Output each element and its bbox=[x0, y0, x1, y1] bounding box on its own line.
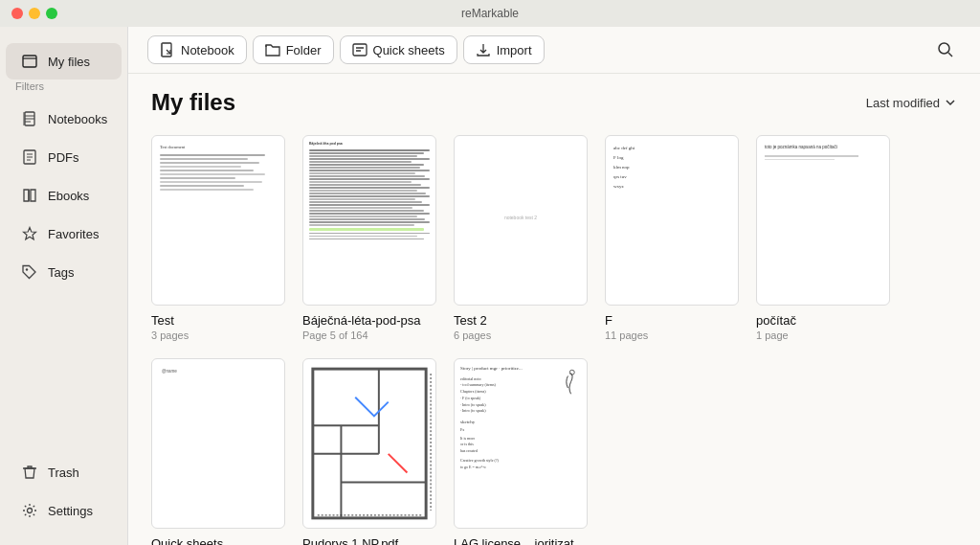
ebooks-icon bbox=[21, 187, 38, 204]
file-thumb-f: abc def ghi F log klm nop qrs tuv wxyz bbox=[605, 135, 739, 306]
file-thumb-pocitac: toto je poznámka napsaná na počítači bbox=[756, 135, 890, 306]
file-thumb-lag: Story | product mgr · prioritize... edit… bbox=[454, 358, 588, 529]
file-meta-f: 11 pages bbox=[605, 329, 739, 341]
file-item-quicksheets[interactable]: @name Quick sheets 2 pages bbox=[151, 358, 285, 545]
quicksheets-icon bbox=[352, 42, 368, 57]
file-name-test2: Test 2 bbox=[454, 313, 588, 328]
toolbar: Notebook Folder Quick sheets bbox=[128, 27, 980, 74]
sidebar-item-my-files[interactable]: My files bbox=[6, 43, 122, 79]
sidebar-item-label-favorites: Favorites bbox=[48, 227, 99, 241]
sidebar: My files Filters Notebooks PDFs bbox=[0, 27, 128, 545]
file-thumb-pudorys bbox=[302, 358, 436, 529]
svg-point-6 bbox=[28, 509, 33, 513]
file-grid: Test document bbox=[151, 135, 957, 545]
file-name-f: F bbox=[605, 313, 739, 328]
titlebar: reMarkable bbox=[0, 0, 980, 27]
file-item-bajechna[interactable]: Báječná léta pod psa bbox=[302, 135, 436, 341]
favorites-icon bbox=[21, 225, 38, 242]
sidebar-item-label-pdfs: PDFs bbox=[48, 150, 79, 165]
file-name-test: Test bbox=[151, 313, 285, 328]
tags-icon bbox=[21, 263, 38, 281]
file-item-pocitac[interactable]: toto je poznámka napsaná na počítači poč… bbox=[756, 135, 890, 341]
svg-rect-11 bbox=[313, 369, 426, 518]
pdfs-icon bbox=[21, 148, 38, 166]
file-thumb-bajechna: Báječná léta pod psa bbox=[302, 135, 436, 306]
sidebar-item-ebooks[interactable]: Ebooks bbox=[6, 177, 122, 214]
import-icon bbox=[476, 42, 491, 57]
search-button[interactable] bbox=[930, 34, 961, 65]
file-meta-test: 3 pages bbox=[151, 329, 285, 341]
sidebar-item-label-notebooks: Notebooks bbox=[48, 112, 107, 126]
chevron-down-icon bbox=[944, 96, 957, 109]
main-content: Notebook Folder Quick sheets bbox=[128, 27, 980, 545]
maximize-button[interactable] bbox=[46, 8, 57, 19]
file-meta-bajechna: Page 5 of 164 bbox=[302, 329, 436, 341]
folder-label: Folder bbox=[286, 43, 322, 57]
window-controls bbox=[11, 8, 57, 19]
svg-rect-0 bbox=[23, 56, 36, 67]
import-label: Import bbox=[497, 43, 532, 57]
file-name-pocitac: počítač bbox=[756, 313, 890, 328]
quicksheets-label: Quick sheets bbox=[373, 43, 445, 57]
sidebar-item-settings[interactable]: Settings bbox=[6, 492, 122, 529]
notebooks-icon bbox=[21, 110, 38, 127]
sidebar-item-pdfs[interactable]: PDFs bbox=[6, 139, 122, 175]
file-item-f[interactable]: abc def ghi F log klm nop qrs tuv wxyz F… bbox=[605, 135, 739, 341]
svg-rect-9 bbox=[353, 44, 367, 56]
sidebar-item-label-ebooks: Ebooks bbox=[48, 189, 89, 203]
filters-label: Filters bbox=[0, 80, 127, 100]
notebook-label: Notebook bbox=[181, 43, 234, 57]
sidebar-item-notebooks[interactable]: Notebooks bbox=[6, 101, 122, 137]
file-item-pudorys[interactable]: Pudorys 1.NP.pdf Page 1 of 1 bbox=[302, 358, 436, 545]
content-header: My files Last modified bbox=[151, 89, 957, 116]
file-name-quicksheets: Quick sheets bbox=[151, 536, 285, 545]
file-item-lag[interactable]: Story | product mgr · prioritize... edit… bbox=[454, 358, 588, 545]
import-button[interactable]: Import bbox=[463, 35, 545, 64]
search-icon bbox=[937, 41, 954, 58]
file-name-pudorys: Pudorys 1.NP.pdf bbox=[302, 536, 436, 545]
notebook-icon bbox=[160, 42, 175, 57]
sort-label: Last modified bbox=[866, 96, 940, 110]
file-item-test[interactable]: Test document bbox=[151, 135, 285, 341]
quicksheets-button[interactable]: Quick sheets bbox=[340, 35, 457, 64]
sort-button[interactable]: Last modified bbox=[866, 96, 957, 110]
file-name-bajechna: Báječná-léta-pod-psa bbox=[302, 313, 436, 328]
app-title: reMarkable bbox=[461, 7, 519, 20]
file-thumb-test: Test document bbox=[151, 135, 285, 306]
file-name-lag: LAG license ...ioritization bbox=[454, 536, 588, 545]
content-area: My files Last modified Test document bbox=[128, 74, 980, 545]
sidebar-item-favorites[interactable]: Favorites bbox=[6, 216, 122, 252]
svg-point-10 bbox=[939, 43, 949, 54]
svg-rect-8 bbox=[161, 43, 163, 57]
app-body: My files Filters Notebooks PDFs bbox=[0, 27, 980, 545]
file-thumb-test2: notebook test 2 bbox=[454, 135, 588, 306]
notebook-button[interactable]: Notebook bbox=[147, 35, 247, 64]
settings-icon bbox=[21, 502, 38, 519]
file-thumb-quicksheets: @name bbox=[151, 358, 285, 529]
sidebar-item-label-my-files: My files bbox=[48, 55, 90, 69]
trash-icon bbox=[21, 464, 38, 481]
svg-marker-4 bbox=[24, 228, 36, 240]
page-title: My files bbox=[151, 89, 235, 116]
sidebar-item-tags[interactable]: Tags bbox=[6, 254, 122, 290]
close-button[interactable] bbox=[11, 8, 23, 19]
folder-button[interactable]: Folder bbox=[253, 35, 334, 64]
file-meta-test2: 6 pages bbox=[454, 329, 588, 341]
file-meta-pocitac: 1 page bbox=[756, 329, 890, 341]
svg-point-5 bbox=[26, 268, 28, 270]
sidebar-item-label-tags: Tags bbox=[48, 265, 74, 280]
sidebar-item-trash[interactable]: Trash bbox=[6, 454, 122, 490]
file-item-test2[interactable]: notebook test 2 Test 2 6 pages bbox=[454, 135, 588, 341]
svg-rect-2 bbox=[23, 112, 25, 125]
my-files-icon bbox=[21, 53, 38, 70]
minimize-button[interactable] bbox=[29, 8, 40, 19]
sidebar-item-label-settings: Settings bbox=[48, 504, 93, 518]
sidebar-item-label-trash: Trash bbox=[48, 466, 79, 480]
folder-icon bbox=[265, 42, 280, 57]
